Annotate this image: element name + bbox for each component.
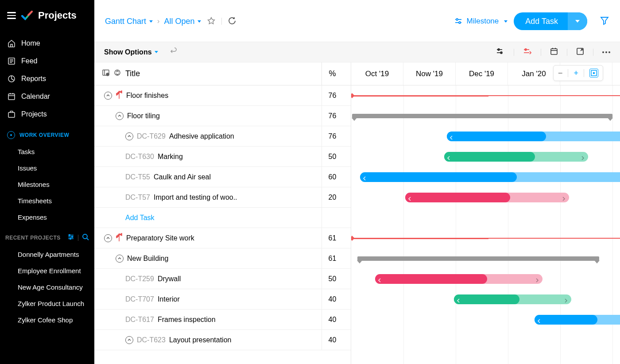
column-header-percent[interactable]: % — [322, 62, 343, 85]
sidebar-item-tasks[interactable]: Tasks — [0, 143, 94, 160]
reload-icon[interactable] — [228, 17, 236, 26]
task-row[interactable]: DC-T55Caulk and Air seal60 — [94, 167, 351, 187]
breadcrumb-view[interactable]: Gantt Chart — [105, 17, 153, 26]
zoom-in-button[interactable]: + — [574, 69, 578, 78]
collapse-icon[interactable] — [116, 255, 124, 263]
bar-handle-left[interactable] — [408, 195, 412, 200]
favorite-star-icon[interactable] — [207, 17, 215, 26]
bar-handle-right[interactable] — [535, 277, 540, 281]
nav-item-calendar[interactable]: Calendar — [0, 88, 94, 105]
task-row[interactable]: DC-T707Interior40 — [94, 289, 351, 310]
bar-handle-left[interactable] — [537, 318, 542, 322]
recent-project-item[interactable]: New Age Consultancy — [0, 279, 94, 295]
zoom-fit-button[interactable] — [589, 69, 598, 77]
summary-bar[interactable] — [352, 114, 612, 118]
bar-handle-left[interactable] — [457, 297, 461, 302]
bar-handle-left[interactable] — [447, 155, 451, 159]
fullscreen-icon[interactable] — [576, 47, 584, 57]
task-row[interactable]: DC-T57Import and testing of woo..20 — [94, 187, 351, 208]
gantt-timeline[interactable]: Oct '19Now '19Dec '19Jan '20Feb'20Mar'20… — [351, 62, 620, 364]
task-row[interactable]: Add Task — [94, 208, 351, 228]
nav-item-reports[interactable]: Reports — [0, 70, 94, 88]
show-options-toggle[interactable]: Show Options — [104, 48, 158, 56]
sidebar-item-milestones[interactable]: Milestones — [0, 176, 94, 193]
gantt-bar-progress — [454, 294, 519, 304]
task-row[interactable]: DC-T630Marking50 — [94, 147, 351, 167]
gantt-bar[interactable] — [375, 274, 542, 284]
add-task-button[interactable]: Add Task — [514, 12, 587, 30]
percent-cell: 40 — [322, 289, 343, 309]
collapse-icon[interactable] — [125, 132, 133, 140]
task-title: Interior — [158, 295, 180, 303]
view-critical-icon[interactable] — [523, 47, 532, 57]
task-row[interactable]: DC-T623Layout presentation40 — [94, 330, 351, 350]
nav-item-feed[interactable]: Feed — [0, 52, 94, 70]
gantt-bar-progress — [405, 193, 510, 202]
sidebar-item-expenses[interactable]: Expenses — [0, 209, 94, 225]
recent-project-item[interactable]: Employee Enrollment — [0, 263, 94, 279]
recent-project-item[interactable]: Donnelly Apartments — [0, 246, 94, 263]
view-collapse-icon[interactable] — [496, 47, 505, 57]
column-header-title[interactable]: Title — [125, 69, 317, 78]
bar-handle-left[interactable] — [378, 277, 382, 281]
percent-cell: 50 — [322, 269, 343, 289]
add-task-caret[interactable] — [568, 12, 587, 30]
overview-icon — [7, 131, 15, 139]
nav-item-home[interactable]: Home — [0, 35, 94, 52]
column-config-icon[interactable] — [102, 69, 109, 78]
sidebar-item-timesheets[interactable]: Timesheets — [0, 193, 94, 209]
gantt-bar[interactable] — [447, 132, 620, 141]
collapse-icon[interactable] — [104, 234, 112, 242]
task-code: DC-T55 — [125, 173, 150, 181]
task-row[interactable]: DC-T617Frames inspection40 — [94, 310, 351, 330]
bar-handle-right[interactable] — [562, 195, 566, 200]
timeline-body[interactable] — [351, 85, 620, 364]
search-icon[interactable] — [82, 233, 89, 242]
task-row[interactable]: New Building61 — [94, 248, 351, 269]
bar-handle-left[interactable] — [363, 175, 367, 179]
collapse-icon[interactable] — [116, 112, 124, 120]
sidebar-item-issues[interactable]: Issues — [0, 160, 94, 176]
collapse-icon[interactable] — [104, 92, 112, 100]
svg-point-21 — [456, 19, 458, 20]
recent-project-item[interactable]: Zylker Product Launch — [0, 295, 94, 312]
settings-sliders-icon[interactable] — [67, 233, 74, 242]
work-overview-heading[interactable]: WORK OVERVIEW — [0, 123, 94, 143]
task-row[interactable]: Floor finishes76 — [94, 85, 351, 106]
nav-item-projects[interactable]: Projects — [0, 105, 94, 123]
gantt-bar[interactable] — [454, 294, 571, 304]
gantt-bar[interactable] — [405, 193, 569, 202]
gantt-bar[interactable] — [360, 172, 620, 182]
bar-row — [351, 167, 620, 187]
undo-icon[interactable] — [169, 47, 177, 57]
filter-funnel-icon[interactable] — [600, 16, 609, 27]
zoom-out-button[interactable]: − — [558, 69, 563, 78]
calendar-icon — [7, 92, 16, 101]
bar-row — [351, 126, 620, 147]
task-row[interactable]: DC-T629Adhesive application76 — [94, 126, 351, 147]
task-row[interactable]: Preparatory Site work61 — [94, 228, 351, 248]
bar-handle-left[interactable] — [450, 134, 454, 139]
more-menu-icon[interactable] — [602, 51, 610, 53]
add-task-inline[interactable]: Add Task — [125, 214, 155, 222]
task-row[interactable]: Floor tiling76 — [94, 106, 351, 126]
svg-point-38 — [107, 74, 108, 75]
bar-handle-right[interactable] — [564, 297, 569, 302]
bar-handle-right[interactable] — [581, 155, 585, 159]
today-icon[interactable] — [550, 47, 558, 57]
summary-bar[interactable] — [357, 256, 599, 261]
gantt-bar-progress — [360, 172, 517, 182]
breadcrumb-filter[interactable]: All Open — [164, 17, 201, 26]
task-row[interactable]: DC-T259Drywall50 — [94, 269, 351, 289]
gantt-bar[interactable] — [444, 152, 588, 162]
milestone-selector[interactable]: Milestone — [454, 17, 508, 26]
collapse-icon[interactable] — [125, 336, 133, 344]
recent-project-item[interactable]: Zylker Cofee Shop — [0, 312, 94, 328]
gantt-bar-progress — [375, 274, 487, 284]
gantt-bar[interactable] — [535, 315, 620, 325]
bar-row — [351, 147, 620, 167]
expand-all-icon[interactable] — [114, 69, 121, 78]
hamburger-menu-icon[interactable] — [7, 12, 16, 19]
month-column: Oct '19 — [351, 62, 403, 85]
bar-row — [351, 228, 620, 248]
